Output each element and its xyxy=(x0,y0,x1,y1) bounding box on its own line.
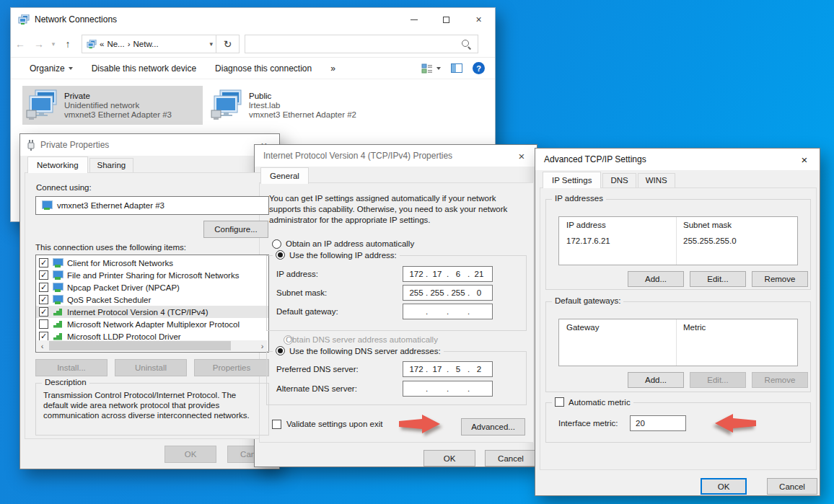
scroll-right-icon[interactable]: › xyxy=(257,342,268,350)
connection-item-label: Npcap Packet Driver (NPCAP) xyxy=(67,283,180,292)
adapter-tile-public[interactable]: Public lrtest.lab vmxnet3 Ethernet Adapt… xyxy=(207,86,396,125)
minimize-button[interactable] xyxy=(398,8,430,31)
breadcrumb-prefix: « xyxy=(100,40,104,48)
subnet-mask-cell[interactable]: 255.255.255.0 xyxy=(683,236,737,245)
connection-list-item[interactable]: ✓ QoS Packet Scheduler xyxy=(36,293,268,306)
column-header-ip-address[interactable]: IP address xyxy=(566,221,606,229)
connection-list-item[interactable]: Microsoft Network Adapter Multiplexor Pr… xyxy=(36,318,268,330)
ip-edit-button[interactable]: Edit... xyxy=(690,271,746,287)
use-dns-group: Use the following DNS server addresses: xyxy=(266,351,527,405)
tab-wins[interactable]: WINS xyxy=(638,173,675,187)
ip-remove-button[interactable]: Remove xyxy=(752,271,808,287)
adapter-tile-private[interactable]: Private Unidentified network vmxnet3 Eth… xyxy=(22,86,203,125)
checkbox[interactable]: ✓ xyxy=(39,270,48,280)
ok-button[interactable]: OK xyxy=(423,450,475,467)
checkbox[interactable]: ✓ xyxy=(39,295,48,304)
install-button[interactable]: Install... xyxy=(35,359,107,376)
monitor-icon xyxy=(41,200,53,211)
close-button[interactable]: × xyxy=(462,8,495,31)
organize-menu[interactable]: Organize xyxy=(30,63,73,74)
ip-address-field[interactable]: 172. 17. 6. 21 xyxy=(403,266,493,282)
gateway-remove-button[interactable]: Remove xyxy=(752,372,808,388)
titlebar[interactable]: Internet Protocol Version 4 (TCP/IPv4) P… xyxy=(255,145,537,167)
ok-button[interactable]: OK xyxy=(164,446,216,463)
tab-sharing[interactable]: Sharing xyxy=(89,158,134,172)
organize-dropdown-icon xyxy=(69,67,73,70)
use-dns-radio[interactable] xyxy=(276,346,285,355)
alternate-dns-field[interactable]: . . . xyxy=(403,381,493,397)
scrollbar-thumb[interactable] xyxy=(49,341,231,350)
subnet-mask-field[interactable]: 255. 255. 255. 0 xyxy=(403,285,493,301)
connection-list-item[interactable]: ✓ File and Printer Sharing for Microsoft… xyxy=(36,269,268,281)
address-bar[interactable]: « Ne... › Netw... ▾ xyxy=(82,35,216,53)
configure-button[interactable]: Configure... xyxy=(203,221,268,238)
adapter-network: Unidentified network xyxy=(64,101,172,110)
connection-list-item[interactable]: ✓ Npcap Packet Driver (NPCAP) xyxy=(36,281,268,293)
breadcrumb-segment[interactable]: Netw... xyxy=(133,40,159,48)
cancel-button[interactable]: Cancel xyxy=(767,478,817,495)
up-button[interactable]: ↑ xyxy=(58,38,77,50)
adapter-network: lrtest.lab xyxy=(249,101,356,110)
connect-using-label: Connect using: xyxy=(36,183,92,192)
forward-button[interactable]: → xyxy=(30,38,48,50)
refresh-button[interactable]: ↻ xyxy=(216,35,239,53)
gateway-edit-button[interactable]: Edit... xyxy=(690,372,746,388)
checkbox[interactable]: ✓ xyxy=(39,307,48,317)
connection-item-label: File and Printer Sharing for Microsoft N… xyxy=(67,271,239,280)
adapter-name-value: vmxnet3 Ethernet Adapter #3 xyxy=(57,201,164,210)
connection-list-item[interactable]: ✓ Client for Microsoft Networks xyxy=(36,257,268,269)
close-icon[interactable]: × xyxy=(506,145,537,167)
description-group: Description Transmission Control Protoco… xyxy=(35,383,269,436)
tab-ip-settings[interactable]: IP Settings xyxy=(543,172,601,188)
address-dropdown-icon[interactable]: ▾ xyxy=(209,40,213,48)
protocol-icon xyxy=(52,307,63,317)
recent-locations-dropdown-icon[interactable]: ▾ xyxy=(48,40,58,48)
properties-button[interactable]: Properties xyxy=(194,359,269,376)
column-header-subnet-mask[interactable]: Subnet mask xyxy=(683,221,732,229)
advanced-button[interactable]: Advanced... xyxy=(461,418,525,436)
obtain-ip-radio[interactable] xyxy=(272,239,281,249)
validate-checkbox[interactable] xyxy=(272,420,281,429)
close-icon[interactable]: × xyxy=(789,149,820,170)
checkbox[interactable]: ✓ xyxy=(39,258,48,268)
ok-button[interactable]: OK xyxy=(701,478,747,495)
search-box[interactable] xyxy=(245,35,478,53)
tab-networking[interactable]: Networking xyxy=(27,156,88,173)
diagnose-command[interactable]: Diagnose this connection xyxy=(215,63,312,74)
connection-item-label: Microsoft Network Adapter Multiplexor Pr… xyxy=(67,320,240,329)
connection-list-item-tcpipv4[interactable]: ✓ Internet Protocol Version 4 (TCP/IPv4) xyxy=(36,306,268,318)
gateway-add-button[interactable]: Add... xyxy=(628,372,684,388)
ip-address-cell[interactable]: 172.17.6.21 xyxy=(566,236,610,245)
default-gateway-field[interactable]: . . . xyxy=(403,304,493,319)
cancel-button[interactable]: Cancel xyxy=(485,450,537,467)
change-view-button[interactable] xyxy=(421,63,441,74)
titlebar[interactable]: Advanced TCP/IP Settings × xyxy=(535,149,820,170)
scroll-left-icon[interactable]: ‹ xyxy=(37,342,48,350)
preferred-dns-field[interactable]: 172. 17. 5. 2 xyxy=(403,361,493,377)
back-button[interactable]: ← xyxy=(11,38,30,50)
checkbox[interactable] xyxy=(39,319,48,329)
column-header-metric[interactable]: Metric xyxy=(683,323,706,332)
help-button[interactable]: ? xyxy=(473,62,485,74)
preview-pane-button[interactable] xyxy=(451,63,462,73)
octet: 21 xyxy=(470,270,488,278)
interface-metric-field[interactable]: 20 xyxy=(630,415,686,431)
adapter-plug-icon xyxy=(27,140,35,151)
tab-general[interactable]: General xyxy=(260,167,309,184)
maximize-button[interactable] xyxy=(430,8,462,31)
more-commands-chevron[interactable]: » xyxy=(330,63,335,74)
automatic-metric-checkbox[interactable] xyxy=(555,397,564,407)
tab-dns[interactable]: DNS xyxy=(602,173,636,187)
dialog-title: Internet Protocol Version 4 (TCP/IPv4) P… xyxy=(263,151,452,161)
ip-add-button[interactable]: Add... xyxy=(628,271,684,287)
titlebar[interactable]: Private Properties × xyxy=(20,134,279,156)
use-ip-radio[interactable] xyxy=(276,250,285,260)
column-header-gateway[interactable]: Gateway xyxy=(566,323,599,332)
horizontal-scrollbar[interactable]: ‹ › xyxy=(37,340,268,351)
breadcrumb-segment[interactable]: Ne... xyxy=(107,40,124,48)
disable-device-command[interactable]: Disable this network device xyxy=(92,63,196,74)
uninstall-button[interactable]: Uninstall xyxy=(115,359,187,376)
checkbox[interactable]: ✓ xyxy=(39,283,48,292)
titlebar[interactable]: Network Connections × xyxy=(11,8,495,31)
red-arrow-to-advanced xyxy=(398,413,442,435)
